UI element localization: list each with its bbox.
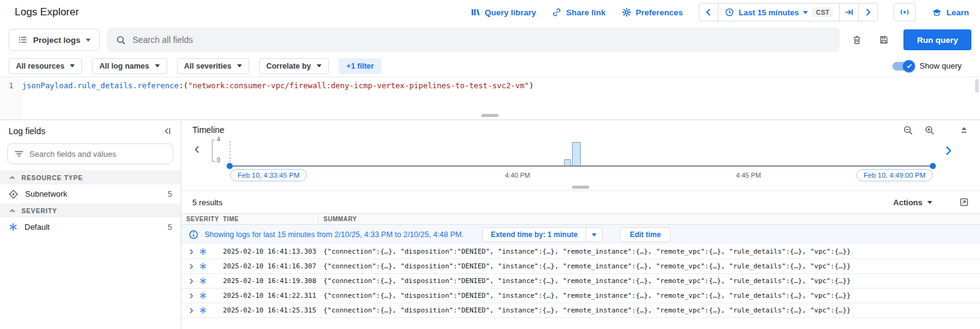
show-query-toggle[interactable] — [892, 62, 913, 70]
filter-correlate-by[interactable]: Correlate by — [259, 58, 329, 74]
fields-search-box — [7, 143, 173, 164]
extend-time-caret-button[interactable] — [586, 228, 602, 241]
results-column-headers: SEVERITY TIME SUMMARY — [181, 213, 980, 225]
save-query-button[interactable] — [874, 30, 894, 50]
log-time: 2025-02-10 16:41:22.311 — [223, 292, 318, 300]
filter-bar: All resources All log names All severiti… — [0, 55, 980, 77]
expand-row-button[interactable] — [187, 307, 195, 314]
zoom-out-icon — [903, 125, 913, 135]
query-operator-token: :( — [179, 81, 188, 90]
collapse-panel-button[interactable] — [162, 126, 172, 136]
log-row[interactable]: 2025-02-10 16:41:19.308 {"connection":{…… — [181, 274, 980, 289]
caret-down-icon — [70, 64, 75, 67]
info-icon — [189, 230, 198, 240]
delete-icon — [852, 35, 862, 45]
logs-explorer-app: Logs Explorer Query library Share link P… — [0, 0, 980, 329]
time-range-dropdown[interactable]: Last 15 minutes CST — [718, 4, 839, 21]
zoom-in-button[interactable] — [924, 125, 935, 135]
range-end-handle[interactable] — [930, 163, 936, 169]
y-axis-max: 4 — [217, 136, 221, 143]
log-summary: {"connection":{…}, "disposition":"DENIED… — [323, 306, 980, 314]
learn-label: Learn — [946, 8, 969, 17]
search-input[interactable] — [132, 35, 831, 45]
expand-row-button[interactable] — [187, 278, 195, 285]
timeline-title: Timeline — [192, 125, 224, 135]
scope-icon — [18, 35, 28, 45]
edit-time-button[interactable]: Edit time — [620, 227, 671, 242]
pan-right-button[interactable] — [942, 145, 954, 157]
expand-row-button[interactable] — [187, 292, 195, 300]
time-prev-button[interactable] — [699, 4, 718, 21]
skip-end-icon — [844, 7, 854, 17]
live-tail-button[interactable] — [894, 3, 916, 21]
editor-resize-handle[interactable] — [481, 114, 499, 117]
expand-results-button[interactable] — [959, 197, 969, 207]
field-item-default[interactable]: Default 5 — [0, 217, 181, 236]
query-library-button[interactable]: Query library — [470, 7, 536, 17]
filter-all-resources[interactable]: All resources — [9, 58, 82, 74]
section-severity[interactable]: SEVERITY — [0, 203, 181, 217]
caret-down-icon — [927, 201, 932, 204]
pan-right-icon — [942, 145, 954, 157]
caret-down-icon — [155, 64, 160, 67]
show-query-label: Show query — [919, 61, 962, 70]
timeline-start-chip[interactable]: Feb 10, 4:33:45 PM — [230, 169, 307, 181]
log-row[interactable]: 2025-02-10 16:41:25.315 {"connection":{…… — [181, 303, 980, 318]
share-link-button[interactable]: Share link — [552, 7, 606, 17]
zoom-out-button[interactable] — [903, 125, 913, 135]
range-start-handle[interactable] — [227, 163, 233, 169]
clear-query-button[interactable] — [847, 30, 867, 50]
log-time: 2025-02-10 16:41:16.307 — [223, 262, 318, 270]
actions-dropdown[interactable]: Actions — [893, 198, 932, 207]
time-skip-end-button[interactable] — [840, 4, 858, 21]
save-icon — [879, 35, 889, 45]
pan-left-button[interactable] — [192, 145, 202, 154]
timezone-badge: CST — [812, 7, 833, 17]
field-item-label: Default — [24, 222, 50, 232]
log-fields-header: Log fields — [0, 120, 181, 142]
fields-search-input[interactable] — [29, 149, 167, 159]
log-row[interactable]: 2025-02-10 16:41:13.303 {"connection":{…… — [181, 244, 980, 259]
editor-scrollbar[interactable] — [975, 79, 979, 93]
run-query-button[interactable]: Run query — [903, 29, 971, 50]
library-icon — [470, 7, 480, 17]
caret-down-icon — [803, 11, 808, 14]
caret-down-icon — [86, 39, 91, 42]
live-tail-icon — [899, 7, 910, 18]
filter-severities-label: All severities — [184, 62, 232, 70]
filter-all-log-names[interactable]: All log names — [92, 58, 167, 74]
range-start-marker — [230, 141, 230, 165]
severity-default-icon — [199, 248, 207, 255]
collapse-timeline-button[interactable] — [959, 125, 969, 135]
subnetwork-icon — [9, 189, 18, 199]
time-next-button[interactable] — [859, 4, 877, 21]
timeline-header: Timeline — [181, 120, 980, 140]
preferences-button[interactable]: Preferences — [622, 7, 683, 17]
extend-time-button[interactable]: Extend time by: 1 minute — [483, 228, 586, 241]
caret-down-icon — [317, 64, 322, 67]
field-item-count: 5 — [168, 222, 172, 232]
severity-default-icon — [199, 292, 207, 300]
log-row[interactable]: 2025-02-10 16:41:16.307 {"connection":{…… — [181, 259, 980, 274]
log-row[interactable]: 2025-02-10 16:41:22.311 {"connection":{…… — [181, 289, 980, 303]
query-editor[interactable]: 1 jsonPayload.rule_details.reference:("n… — [0, 77, 980, 120]
expand-row-button[interactable] — [187, 263, 195, 270]
scope-selector[interactable]: Project logs — [9, 29, 100, 51]
column-summary: SUMMARY — [323, 214, 980, 224]
learn-button[interactable]: Learn — [932, 7, 969, 18]
extra-filter-chip[interactable]: +1 filter — [339, 58, 382, 74]
filter-all-severities[interactable]: All severities — [177, 58, 249, 74]
chevron-left-icon — [704, 7, 714, 17]
learn-icon — [932, 7, 942, 18]
timeline-resize-handle[interactable] — [572, 186, 589, 189]
section-resource-type[interactable]: RESOURCE TYPE — [0, 170, 181, 184]
filter-resources-label: All resources — [16, 62, 64, 70]
toggle-knob — [903, 60, 915, 72]
log-time: 2025-02-10 16:41:25.315 — [223, 306, 318, 314]
log-summary: {"connection":{…}, "disposition":"DENIED… — [323, 292, 980, 300]
expand-row-button[interactable] — [187, 248, 195, 255]
field-item-subnetwork[interactable]: Subnetwork 5 — [0, 184, 181, 203]
clock-icon — [725, 7, 734, 17]
timeline-end-chip[interactable]: Feb 10, 4:49:00 PM — [856, 169, 933, 181]
top-actions: Query library Share link Preferences Las… — [470, 3, 969, 21]
